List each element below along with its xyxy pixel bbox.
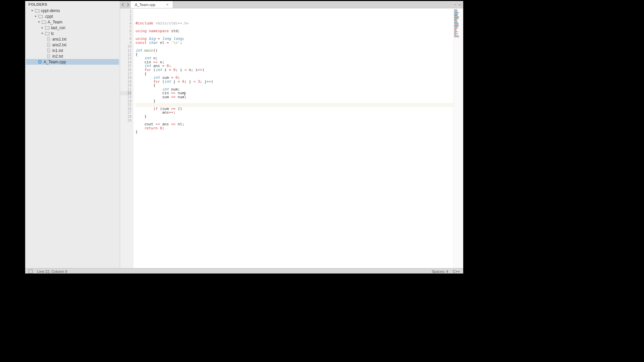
tab-label: A_Team.cpp <box>135 3 155 7</box>
code-line[interactable] <box>136 103 453 107</box>
line-number: 18 <box>120 76 131 80</box>
status-bar: Line 22, Column 9 Spaces: 4 C++ <box>25 268 463 274</box>
minimap-line <box>454 22 458 23</box>
line-number: 8 <box>120 37 131 41</box>
code-area[interactable]: #include <bits/stdc++.h>using namespace … <box>133 8 453 268</box>
code-line[interactable]: cout << ans << nl; <box>136 122 453 126</box>
line-number: 27 <box>120 111 131 115</box>
line-number: 1 <box>120 10 131 14</box>
folder-last_run[interactable]: last_run <box>26 25 119 31</box>
folder-A_Team[interactable]: A_Team <box>26 19 119 25</box>
line-number: 9 <box>120 41 131 45</box>
file-in1-txt[interactable]: in1.txt <box>26 48 119 53</box>
line-number: 4 <box>120 21 131 25</box>
sidebar: FOLDERS cppt-demo.cpptA_Teamlast_runtcan… <box>25 1 120 268</box>
main-area: FOLDERS cppt-demo.cpptA_Teamlast_runtcan… <box>25 1 463 268</box>
folder-tc[interactable]: tc <box>26 31 119 36</box>
folder-tree: cppt-demo.cpptA_Teamlast_runtcans1.txtan… <box>25 8 120 65</box>
line-number: 12 <box>120 53 131 57</box>
tree-item-label: last_run <box>51 25 65 30</box>
code-line[interactable]: ans++; <box>136 111 453 115</box>
file-icon <box>46 37 51 42</box>
code-line[interactable]: } <box>136 99 453 103</box>
code-line[interactable]: using big = long long; <box>136 37 453 41</box>
chevron-down-icon[interactable] <box>37 20 41 24</box>
minimap-line <box>454 26 458 27</box>
text-cursor <box>184 92 185 96</box>
code-line[interactable]: #include <bits/stdc++.h> <box>136 21 453 25</box>
chevron-down-icon[interactable] <box>31 9 34 12</box>
chevron-down-icon[interactable] <box>34 15 37 18</box>
tab-dropdown-icon[interactable] <box>459 2 461 7</box>
line-number: 28 <box>120 115 131 119</box>
minimap-line <box>454 31 457 31</box>
file-icon <box>46 48 51 53</box>
tab-next-icon[interactable] <box>126 2 130 7</box>
close-icon[interactable]: × <box>165 3 169 7</box>
file-A_Team-cpp[interactable]: ⊕A_Team.cpp <box>26 59 119 65</box>
code-line[interactable]: const char nl = '\n'; <box>136 41 453 45</box>
code-line[interactable]: { <box>136 53 453 57</box>
code-line[interactable]: cin >> n; <box>136 60 453 64</box>
file-icon <box>46 43 51 47</box>
tree-item-label: cppt-demo <box>41 8 60 13</box>
file-in2-txt[interactable]: in2.txt <box>26 53 119 59</box>
line-number: 24 <box>120 99 131 103</box>
code-line[interactable]: { <box>136 72 453 76</box>
code-line[interactable]: int n; <box>136 56 453 60</box>
editor-panel: A_Team.cpp × + 1234567891011121314151617… <box>120 1 463 268</box>
editor-body[interactable]: 1234567891011121314151617181920212223242… <box>120 8 463 268</box>
minimap-line <box>454 21 457 22</box>
sidebar-header: FOLDERS <box>25 1 120 8</box>
folder-icon <box>45 31 50 36</box>
minimap-line <box>454 23 459 24</box>
minimap-line <box>454 13 458 14</box>
line-number: 3 <box>120 17 131 21</box>
code-line[interactable]: } <box>136 130 453 134</box>
code-line[interactable] <box>136 25 453 29</box>
code-line[interactable]: for (int i = 0; i < n; i++) <box>136 68 453 72</box>
tab-prev-icon[interactable] <box>121 2 125 7</box>
app-window: FOLDERS cppt-demo.cpptA_Teamlast_runtcan… <box>25 1 463 274</box>
status-language[interactable]: C++ <box>453 269 460 274</box>
minimap[interactable] <box>453 8 463 268</box>
code-line[interactable]: for (int j = 0; j < 3; j++) <box>136 80 453 84</box>
minimap-line <box>454 37 459 37</box>
code-line[interactable]: { <box>136 83 453 87</box>
folder-cppt-demo[interactable]: cppt-demo <box>26 8 119 13</box>
line-number: 21 <box>120 87 131 92</box>
code-line[interactable]: return 0; <box>136 126 453 130</box>
chevron-right-icon[interactable] <box>41 26 44 29</box>
code-line[interactable]: using namespace std; <box>136 29 453 33</box>
folder--cppt[interactable]: .cppt <box>26 13 119 19</box>
tab-file[interactable]: A_Team.cpp × <box>131 1 173 8</box>
minimap-line <box>454 24 458 25</box>
line-number: 19 <box>120 80 131 84</box>
tree-item-label: ans2.txt <box>52 43 66 47</box>
tree-item-label: .cppt <box>44 14 53 19</box>
file-ans2-txt[interactable]: ans2.txt <box>26 42 119 48</box>
status-spaces[interactable]: Spaces: 4 <box>432 269 448 274</box>
tab-spacer <box>173 1 452 8</box>
minimap-line <box>454 27 458 28</box>
status-panel-icon[interactable] <box>29 269 33 274</box>
file-ans1-txt[interactable]: ans1.txt <box>26 36 119 42</box>
code-line[interactable]: int main() <box>136 49 453 53</box>
line-number: 11 <box>120 49 131 53</box>
minimap-line <box>454 29 457 30</box>
tree-item-label: A_Team.cpp <box>44 60 66 64</box>
new-tab-icon[interactable]: + <box>454 2 457 7</box>
chevron-down-icon[interactable] <box>41 32 44 35</box>
line-number: 29 <box>120 119 131 123</box>
minimap-line <box>454 25 459 26</box>
tab-right-controls: + <box>452 1 463 8</box>
code-line[interactable] <box>136 45 453 49</box>
minimap-line <box>454 11 458 12</box>
folder-icon <box>38 14 43 19</box>
code-line[interactable]: if (sum >= 2) <box>136 107 453 111</box>
code-line[interactable]: } <box>136 115 453 119</box>
line-number: 17 <box>120 72 131 76</box>
status-cursor[interactable]: Line 22, Column 9 <box>37 269 67 274</box>
code-line[interactable]: sum += num; <box>136 95 453 99</box>
line-number: 14 <box>120 60 131 64</box>
